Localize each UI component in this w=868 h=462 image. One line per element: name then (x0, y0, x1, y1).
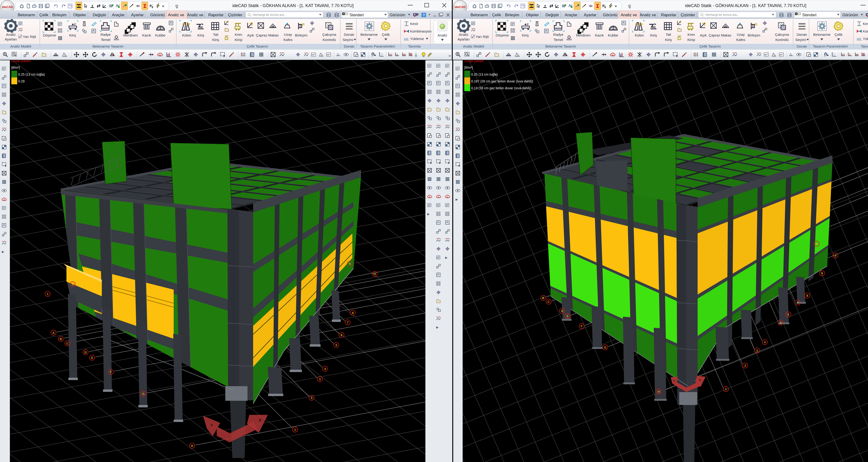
svg-text:6: 6 (341, 333, 342, 337)
svg-text:Değiştir: Değiştir (545, 13, 559, 17)
svg-text:Tanımla: Tanımla (408, 44, 421, 48)
svg-text:Kren: Kren (687, 33, 695, 36)
svg-text:Kesit: Kesit (863, 22, 868, 26)
svg-text:5: 5 (335, 343, 337, 347)
svg-text:7: 7 (797, 301, 799, 304)
svg-text:Tasarım Parametreleri: Tasarım Parametreleri (360, 44, 395, 48)
svg-text:Betonarm: Betonarm (18, 13, 35, 17)
svg-text:Kiriş: Kiriş (522, 33, 529, 37)
svg-text:?: ? (423, 13, 425, 17)
svg-text:Radye: Radye (100, 33, 111, 36)
svg-text:Makas: Makas (268, 33, 279, 37)
svg-text:Yarı Rijit: Yarı Rijit (23, 35, 36, 39)
svg-text:Ayarları: Ayarları (5, 37, 17, 41)
svg-text:E: E (91, 356, 93, 360)
svg-text:1: 1 (294, 428, 296, 431)
svg-text:Analiz: Analiz (438, 33, 447, 37)
svg-text:ideCAD: ideCAD (2, 5, 13, 9)
svg-text:Analiz Modeli: Analiz Modeli (10, 44, 31, 48)
svg-text:Analiz: Analiz (459, 33, 468, 36)
svg-text:Çelik Tasarım: Çelik Tasarım (247, 44, 268, 48)
svg-text:Kazık: Kazık (595, 33, 604, 37)
svg-text:Çakışma: Çakışma (775, 33, 789, 36)
svg-text:Raporlar: Raporlar (208, 13, 224, 17)
svg-text:Birleşim: Birleşim (52, 13, 66, 17)
svg-text:C: C (548, 300, 550, 303)
svg-text:Kesit: Kesit (410, 22, 418, 26)
svg-text:Merdiven: Merdiven (123, 33, 138, 37)
svg-text:0.29: 0.29 (18, 79, 25, 83)
svg-text:Betonarme Tasarım: Betonarme Tasarım (545, 44, 576, 48)
svg-text:ideCAD Statik - GÖKHAN ALKAN: ideCAD Statik - GÖKHAN ALKAN - [1. KAT T… (685, 3, 806, 8)
svg-text:Kiriş: Kiriş (212, 38, 219, 42)
svg-text:Analiz ve: Analiz ve (168, 13, 184, 17)
svg-text:Analiz: Analiz (6, 33, 16, 36)
svg-text:Yükleme: Yükleme (410, 37, 424, 41)
svg-text:0.187 (28 cm gaz beton duvar: 0.187 (28 cm gaz beton duvar (sıva dahil… (471, 79, 533, 83)
svg-text:Ayarlar: Ayarlar (584, 13, 596, 17)
svg-text:Döşeme: Döşeme (496, 33, 509, 37)
svg-text:Donatı: Donatı (344, 33, 354, 36)
svg-text:B: B (542, 296, 544, 300)
svg-text:Çelik Tasarım: Çelik Tasarım (700, 44, 721, 48)
svg-text:»: » (448, 53, 451, 58)
svg-text:Çizimler: Çizimler (681, 13, 695, 17)
svg-text:Ayarlar: Ayarlar (131, 13, 144, 17)
svg-text:Y: Y (211, 423, 213, 427)
svg-text:G: G (604, 346, 607, 349)
svg-text:Standart: Standart (349, 13, 364, 17)
svg-text:2: 2 (72, 283, 73, 286)
svg-text:Kontrolü: Kontrolü (775, 38, 788, 42)
svg-text:Kontrolü: Kontrolü (323, 38, 336, 42)
svg-text:Kombinasyon: Kombinasyon (863, 29, 868, 33)
svg-text:H: H (657, 390, 660, 394)
svg-text:H: H (815, 242, 817, 245)
svg-text:Standart: Standart (802, 13, 817, 17)
svg-text:Kiriş: Kiriş (69, 33, 76, 37)
svg-text:Görüntü: Görüntü (603, 13, 617, 17)
svg-text:Görünüm: Görünüm (390, 13, 405, 17)
svg-text:Kirişi: Kirişi (235, 38, 243, 42)
svg-text:Betonarme Tasarım: Betonarme Tasarım (93, 44, 124, 48)
svg-text:Analiz Modeli: Analiz Modeli (463, 44, 484, 48)
svg-text:Analiz ve: Analiz ve (621, 13, 637, 17)
svg-text:D: D (84, 351, 87, 354)
svg-text:C: C (66, 342, 69, 345)
svg-text:B: B (60, 337, 62, 341)
svg-text:Aşık: Aşık (700, 33, 707, 37)
svg-text:Araçlar: Araçlar (565, 13, 578, 17)
svg-text:Makas: Makas (721, 33, 731, 37)
svg-text:8: 8 (806, 294, 808, 297)
svg-text:Kubbe: Kubbe (155, 33, 165, 37)
svg-text:Donatı: Donatı (797, 33, 807, 36)
svg-text:0.13 (18 cm gaz beton duvar (s: 0.13 (18 cm gaz beton duvar (sıva dahil)… (471, 86, 531, 90)
svg-text:Betonarme: Betonarme (360, 33, 377, 36)
svg-text:F: F (110, 370, 112, 374)
svg-text:H: H (374, 272, 376, 276)
svg-text:Görüntü: Görüntü (150, 13, 164, 17)
svg-text:Kazık: Kazık (142, 33, 151, 37)
svg-text:X: X (259, 418, 261, 422)
svg-text:Seçimi: Seçimi (342, 38, 353, 42)
svg-text:Temel: Temel (101, 38, 110, 42)
svg-text:Değiştir: Değiştir (93, 13, 106, 17)
svg-text:Aşık: Aşık (247, 33, 254, 37)
svg-text:ideCAD: ideCAD (455, 5, 466, 9)
svg-text:Çelik: Çelik (492, 13, 501, 17)
svg-text:Kirişi: Kirişi (687, 38, 695, 42)
svg-text:Temel: Temel (554, 38, 563, 42)
svg-text:Yükleme: Yükleme (863, 37, 868, 41)
svg-text:D: D (561, 309, 563, 313)
svg-text:E: E (566, 315, 569, 318)
svg-text:Tali: Tali (666, 33, 671, 36)
svg-text:1: 1 (725, 387, 726, 391)
svg-text:Merdiven: Merdiven (576, 33, 591, 37)
svg-text:Tali: Tali (213, 33, 218, 36)
svg-text:[tf/m²]: [tf/m²] (464, 66, 473, 69)
svg-text:Objeler: Objeler (73, 13, 86, 17)
svg-text:H: H (191, 444, 193, 448)
svg-text:Döşeme: Döşeme (43, 33, 56, 37)
svg-text:9: 9 (835, 254, 836, 257)
svg-text:Seçimi: Seçimi (795, 38, 806, 42)
svg-text:4: 4 (324, 367, 326, 371)
